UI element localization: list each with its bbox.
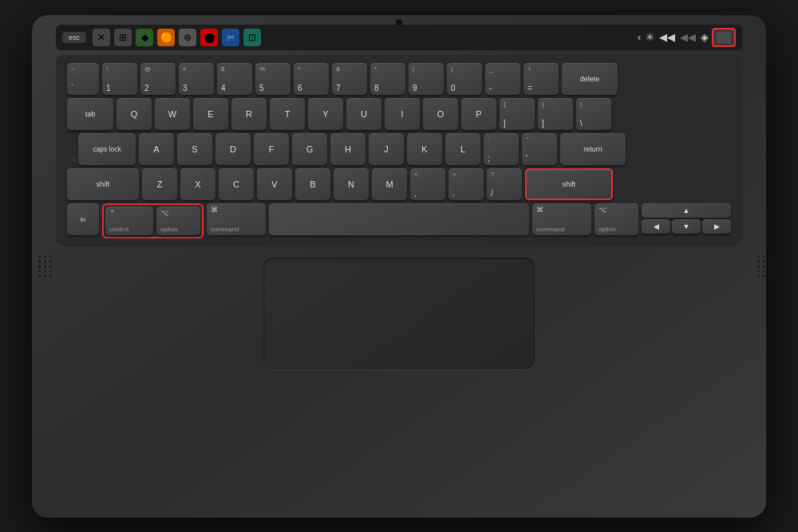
key-a[interactable]: A [139, 133, 174, 165]
key-m[interactable]: M [372, 168, 407, 200]
touch-bar: esc ✕ ⊞ ◆ 🟠 ⊕ ⬤ jet ⊡ ‹ ✳ ◀◀ ◀◀ ◈ [56, 25, 742, 50]
key-space[interactable] [269, 203, 529, 235]
key-control[interactable]: ⌃ control [105, 207, 153, 235]
key-rbracket[interactable]: } ] [538, 98, 573, 130]
key-p[interactable]: P [461, 98, 496, 130]
key-b[interactable]: B [295, 168, 330, 200]
tb-app-7[interactable]: jet [222, 29, 239, 46]
key-f[interactable]: F [254, 133, 289, 165]
key-arrow-right[interactable]: ▶ [702, 219, 731, 234]
tb-mute-icon[interactable]: ◀◀ [680, 31, 696, 43]
key-n[interactable]: N [334, 168, 369, 200]
key-2[interactable]: @2 [140, 63, 176, 95]
key-9[interactable]: (9 [409, 63, 444, 95]
key-tab[interactable]: tab [67, 98, 113, 130]
speaker-left [38, 255, 41, 277]
key-slash[interactable]: ? / [487, 168, 522, 200]
arrow-keys-vertical: ▲ ◀ ▼ ▶ [642, 203, 731, 238]
key-semicolon[interactable]: : ; [484, 133, 519, 165]
key-1[interactable]: !1 [102, 63, 137, 95]
key-command-left[interactable]: ⌘ command [207, 203, 266, 235]
key-l[interactable]: L [445, 133, 480, 165]
key-lbracket[interactable]: { ] [500, 98, 535, 130]
key-w[interactable]: W [155, 98, 190, 130]
key-6[interactable]: ^6 [294, 63, 329, 95]
control-option-group: ⌃ control ⌥ option [102, 203, 203, 238]
key-s[interactable]: S [177, 133, 212, 165]
key-comma[interactable]: < , [410, 168, 445, 200]
key-x[interactable]: X [180, 168, 215, 200]
keyboard-full: ~ ` !1 @2 #3 $4 %5 ^6 &7 *8 (9 )0 _- += … [56, 55, 742, 374]
key-tilde-container[interactable]: ~ ` [67, 63, 99, 95]
key-command-right[interactable]: ⌘ command [532, 203, 591, 235]
key-t[interactable]: T [270, 98, 305, 130]
power-button-inner [717, 32, 731, 43]
touchbar-system-controls: ‹ ✳ ◀◀ ◀◀ ◈ [638, 31, 709, 43]
key-j[interactable]: J [369, 133, 404, 165]
tb-app-2[interactable]: ⊞ [114, 29, 132, 46]
key-backslash[interactable]: | \ [576, 98, 611, 130]
trackpad[interactable] [263, 258, 535, 369]
key-r[interactable]: R [231, 98, 267, 130]
key-delete[interactable]: delete [562, 63, 618, 95]
key-capslock[interactable]: caps lock [78, 133, 136, 165]
tb-volume-icon[interactable]: ◀◀ [659, 31, 675, 43]
key-minus[interactable]: _- [485, 63, 520, 95]
number-row: ~ ` !1 @2 #3 $4 %5 ^6 &7 *8 (9 )0 _- += … [67, 63, 731, 95]
key-3[interactable]: #3 [179, 63, 214, 95]
key-option-left[interactable]: ⌥ option [156, 207, 200, 235]
key-k[interactable]: K [407, 133, 442, 165]
key-5[interactable]: %5 [255, 63, 290, 95]
key-option-right[interactable]: ⌥ option [595, 203, 638, 235]
key-c[interactable]: C [219, 168, 254, 200]
key-shift-left[interactable]: shift [67, 168, 139, 200]
key-g[interactable]: G [292, 133, 327, 165]
key-z[interactable]: Z [142, 168, 177, 200]
key-8[interactable]: *8 [370, 63, 405, 95]
tb-brightness-icon[interactable]: ✳ [646, 31, 654, 43]
key-u[interactable]: U [346, 98, 381, 130]
tb-siri-icon[interactable]: ◈ [701, 31, 709, 43]
touchbar-app-icons: ✕ ⊞ ◆ 🟠 ⊕ ⬤ jet ⊡ [93, 29, 634, 46]
laptop-body: esc ✕ ⊞ ◆ 🟠 ⊕ ⬤ jet ⊡ ‹ ✳ ◀◀ ◀◀ ◈ tab [32, 15, 766, 518]
speaker-right [757, 255, 760, 277]
key-h[interactable]: H [330, 133, 365, 165]
zxcv-row: shift Z X C V B N M < , > . ? / [67, 168, 731, 200]
camera [396, 19, 402, 26]
key-e[interactable]: E [193, 98, 228, 130]
tb-app-6[interactable]: ⬤ [200, 29, 218, 46]
tb-app-1[interactable]: ✕ [93, 29, 110, 46]
key-quote[interactable]: " ' [522, 133, 557, 165]
key-arrow-down[interactable]: ▼ [672, 219, 701, 234]
key-i[interactable]: I [385, 98, 420, 130]
key-d[interactable]: D [215, 133, 251, 165]
tb-back-icon[interactable]: ‹ [638, 31, 641, 43]
key-7[interactable]: &7 [332, 63, 367, 95]
tb-app-5[interactable]: ⊕ [179, 29, 196, 46]
key-y[interactable]: Y [308, 98, 343, 130]
key-q[interactable]: Q [117, 98, 152, 130]
key-0[interactable]: )0 [447, 63, 482, 95]
esc-key[interactable]: esc [62, 32, 86, 43]
key-shift-right[interactable]: shift [525, 168, 613, 200]
key-arrow-left[interactable]: ◀ [642, 219, 670, 234]
key-arrow-up[interactable]: ▲ [642, 203, 731, 218]
power-button[interactable] [712, 28, 736, 47]
capslock-dot [67, 133, 75, 165]
key-4[interactable]: $4 [217, 63, 252, 95]
tb-app-8[interactable]: ⊡ [243, 29, 261, 46]
key-return[interactable]: return [560, 133, 626, 165]
tb-app-4[interactable]: 🟠 [157, 29, 175, 46]
qwerty-row: tab Q W E R T Y U I O P { ] } ] [67, 98, 731, 130]
key-period[interactable]: > . [448, 168, 484, 200]
bottom-row: fn ⌃ control ⌥ option ⌘ command [67, 203, 731, 238]
key-o[interactable]: O [423, 98, 458, 130]
asdf-row: caps lock A S D F G H J K L : ; " ' retu… [67, 133, 731, 165]
tb-app-3[interactable]: ◆ [136, 29, 153, 46]
key-equals[interactable]: += [523, 63, 559, 95]
key-v[interactable]: V [257, 168, 292, 200]
key-fn[interactable]: fn [67, 203, 99, 235]
